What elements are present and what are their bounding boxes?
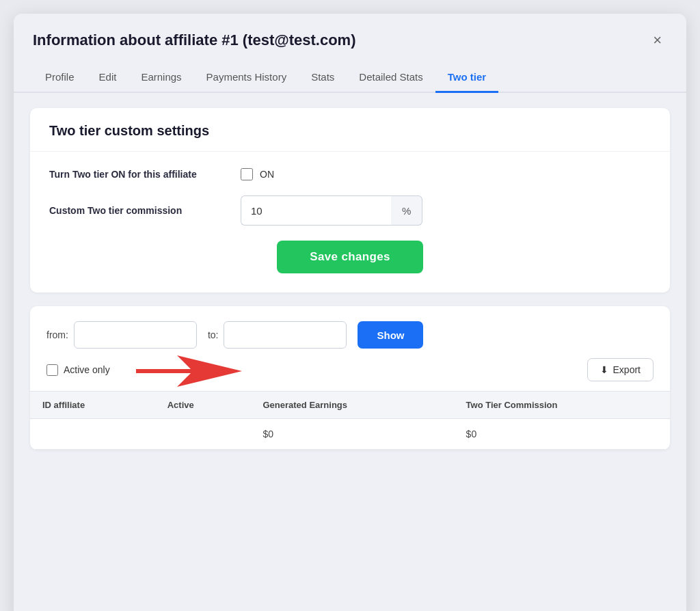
modal-header: Information about affiliate #1 (test@tes…: [14, 14, 686, 51]
modal-body: Two tier custom settings Turn Two tier O…: [14, 93, 686, 465]
cell-two-tier-commission: $0: [454, 419, 670, 450]
modal-container: Information about affiliate #1 (test@tes…: [14, 14, 686, 611]
export-icon: ⬇: [600, 364, 608, 375]
tab-stats[interactable]: Stats: [299, 63, 347, 93]
toggle-label: Turn Two tier ON for this affiliate: [49, 169, 241, 180]
table-header: ID affiliate Active Generated Earnings T…: [30, 392, 670, 419]
modal-title: Information about affiliate #1 (test@tes…: [33, 31, 356, 49]
from-input[interactable]: [74, 321, 197, 349]
table-wrapper: ID affiliate Active Generated Earnings T…: [30, 391, 670, 450]
table-body: $0 $0: [30, 419, 670, 450]
from-label: from:: [46, 329, 68, 340]
save-changes-button[interactable]: Save changes: [277, 241, 422, 273]
filter-table-card: from: to: Show Active only: [30, 306, 670, 450]
filter-row: from: to: Show: [30, 306, 670, 349]
commission-row: Custom Two tier commission %: [49, 195, 651, 226]
tabs-nav: Profile Edit Earnings Payments History S…: [14, 63, 686, 93]
tab-detailed-stats[interactable]: Detailed Stats: [347, 63, 435, 93]
to-group: to:: [208, 321, 347, 349]
tab-two-tier[interactable]: Two tier: [435, 63, 498, 93]
cell-generated-earnings: $0: [250, 419, 453, 450]
red-arrow-annotation: [136, 354, 245, 391]
toggle-row: Turn Two tier ON for this affiliate ON: [49, 168, 651, 180]
active-only-row: Active only ⬇ Export: [30, 349, 670, 391]
show-button[interactable]: Show: [358, 321, 423, 349]
commission-input[interactable]: [241, 195, 391, 226]
close-button[interactable]: ×: [647, 30, 667, 51]
save-btn-row: Save changes: [49, 241, 651, 273]
card-content: Turn Two tier ON for this affiliate ON C…: [30, 152, 670, 293]
col-two-tier-commission: Two Tier Commission: [454, 392, 670, 419]
col-id-affiliate: ID affiliate: [30, 392, 155, 419]
card-title: Two tier custom settings: [49, 123, 209, 138]
two-tier-toggle-checkbox[interactable]: [241, 168, 253, 180]
to-input[interactable]: [224, 321, 347, 349]
export-label: Export: [613, 364, 641, 375]
tab-earnings[interactable]: Earnings: [129, 63, 193, 93]
to-label: to:: [208, 329, 219, 340]
tab-edit[interactable]: Edit: [87, 63, 129, 93]
from-group: from:: [46, 321, 197, 349]
toggle-on-text: ON: [260, 169, 274, 180]
two-tier-table: ID affiliate Active Generated Earnings T…: [30, 392, 670, 450]
two-tier-settings-card: Two tier custom settings Turn Two tier O…: [30, 108, 670, 293]
col-generated-earnings: Generated Earnings: [250, 392, 453, 419]
table-header-row: ID affiliate Active Generated Earnings T…: [30, 392, 670, 419]
cell-id-affiliate: [30, 419, 155, 450]
tab-profile[interactable]: Profile: [33, 63, 87, 93]
commission-label: Custom Two tier commission: [49, 205, 241, 216]
card-title-section: Two tier custom settings: [30, 108, 670, 152]
export-button[interactable]: ⬇ Export: [587, 358, 654, 381]
active-only-checkbox[interactable]: [46, 364, 58, 376]
tab-payments-history[interactable]: Payments History: [194, 63, 299, 93]
toggle-checkbox-group: ON: [241, 168, 274, 180]
col-active: Active: [155, 392, 251, 419]
commission-suffix: %: [391, 195, 422, 226]
table-row: $0 $0: [30, 419, 670, 450]
active-only-group: Active only: [46, 364, 110, 376]
active-only-label: Active only: [64, 364, 110, 375]
commission-input-group: %: [241, 195, 422, 226]
cell-active: [155, 419, 251, 450]
svg-marker-0: [136, 355, 242, 387]
